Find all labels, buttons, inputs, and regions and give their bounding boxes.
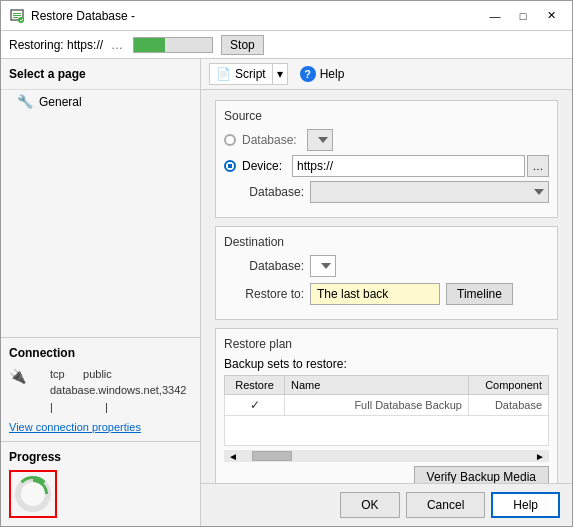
svg-rect-2	[13, 15, 21, 16]
connection-section: Connection 🔌 tcp public database.windows…	[1, 337, 200, 442]
source-database-select[interactable]	[307, 129, 333, 151]
sidebar: Select a page 🔧 General Connection 🔌 tcp…	[1, 59, 201, 526]
device-radio-button[interactable]	[224, 160, 236, 172]
col-header-restore: Restore	[225, 376, 285, 395]
status-bar: Restoring: https:// … Stop	[1, 31, 572, 59]
restore-to-input[interactable]	[310, 283, 440, 305]
col-header-name: Name	[285, 376, 469, 395]
right-panel: 📄 Script ▾ ? Help Source Databa	[201, 59, 572, 526]
progress-title: Progress	[9, 450, 192, 464]
backup-component-cell-0: Database	[469, 395, 549, 416]
title-bar: Restore Database - — □ ✕	[1, 1, 572, 31]
backup-table: Restore Name Component ✓	[224, 375, 549, 446]
source-database-select2[interactable]	[310, 181, 549, 203]
backup-row-0: ✓ Full Database Backup Database	[225, 395, 549, 416]
cancel-button[interactable]: Cancel	[406, 492, 485, 518]
database-select-container	[307, 129, 549, 151]
destination-database-row: Database:	[224, 181, 549, 203]
verify-btn-container: Verify Backup Media	[224, 466, 549, 483]
title-bar-left: Restore Database -	[9, 8, 135, 24]
progress-spinner-container	[9, 470, 57, 518]
sidebar-item-general[interactable]: 🔧 General	[1, 90, 200, 113]
backup-empty-row	[225, 416, 549, 446]
timeline-button[interactable]: Timeline	[446, 283, 513, 305]
toolbar: 📄 Script ▾ ? Help	[201, 59, 572, 90]
help-button[interactable]: Help	[491, 492, 560, 518]
verify-backup-media-button[interactable]: Verify Backup Media	[414, 466, 549, 483]
svg-point-4	[18, 17, 24, 23]
backup-check-0: ✓	[231, 398, 278, 412]
title-bar-controls: — □ ✕	[482, 6, 564, 26]
scroll-right-arrow[interactable]: ►	[531, 451, 549, 462]
header-progress-fill	[134, 38, 165, 52]
restore-to-row: Restore to: Timeline	[224, 283, 549, 305]
scroll-left-arrow[interactable]: ◄	[224, 451, 242, 462]
window-title: Restore Database -	[31, 9, 135, 23]
device-radio-row: Device: …	[224, 155, 549, 177]
help-toolbar-button[interactable]: ? Help	[292, 63, 353, 85]
wrench-icon: 🔧	[17, 94, 33, 109]
footer-buttons: OK Cancel Help	[201, 483, 572, 526]
script-toolbar-group: 📄 Script ▾	[209, 63, 288, 85]
database-radio-button[interactable]	[224, 134, 236, 146]
device-radio-label: Device:	[242, 159, 282, 173]
connection-icon: 🔌	[9, 368, 26, 384]
restore-plan-section: Restore plan Backup sets to restore: Res…	[215, 328, 558, 483]
horizontal-scrollbar[interactable]: ◄ ►	[224, 450, 549, 462]
panel-content: Source Database: Device:	[201, 90, 572, 483]
source-db-select-container	[310, 181, 549, 203]
backup-table-container: Restore Name Component ✓	[224, 375, 549, 446]
connection-title: Connection	[9, 346, 192, 360]
connection-info-row: 🔌 tcp public database.windows.net,3342 |…	[9, 366, 192, 416]
source-section: Source Database: Device:	[215, 100, 558, 218]
minimize-button[interactable]: —	[482, 6, 508, 26]
script-button[interactable]: 📄 Script	[210, 64, 272, 84]
svg-rect-3	[13, 17, 18, 18]
progress-section: Progress	[1, 441, 200, 526]
dest-database-row: Database:	[224, 255, 549, 277]
view-connection-link[interactable]: View connection properties	[9, 421, 192, 433]
sidebar-general-label: General	[39, 95, 82, 109]
status-text: Restoring: https://	[9, 38, 103, 52]
database-radio-label: Database:	[242, 133, 297, 147]
backup-restore-cell-0: ✓	[225, 395, 285, 416]
backup-table-header: Restore Name Component	[225, 376, 549, 395]
dest-database-label: Database:	[224, 259, 304, 273]
maximize-button[interactable]: □	[510, 6, 536, 26]
connection-server: tcp public	[30, 366, 186, 383]
header-progress-bar	[133, 37, 213, 53]
destination-database-select[interactable]	[310, 255, 336, 277]
source-database-label2: Database:	[224, 185, 304, 199]
backup-name-cell-0: Full Database Backup	[285, 395, 469, 416]
backup-empty-cell	[225, 416, 549, 446]
ok-button[interactable]: OK	[340, 492, 400, 518]
restore-plan-title: Restore plan	[224, 337, 549, 351]
svg-rect-1	[13, 13, 21, 14]
destination-section: Destination Database: Restore to: Timeli…	[215, 226, 558, 320]
script-icon: 📄	[216, 67, 231, 81]
device-browse-button[interactable]: …	[527, 155, 549, 177]
stop-button[interactable]: Stop	[221, 35, 264, 55]
help-circle-icon: ?	[300, 66, 316, 82]
script-dropdown-button[interactable]: ▾	[272, 64, 287, 84]
progress-spinner	[15, 476, 51, 512]
connection-details: tcp public database.windows.net,3342 | |	[30, 366, 186, 416]
backup-sets-label: Backup sets to restore:	[224, 357, 549, 371]
device-url-input[interactable]	[292, 155, 525, 177]
restore-to-label: Restore to:	[224, 287, 304, 301]
backup-table-body: ✓ Full Database Backup Database	[225, 395, 549, 446]
sidebar-header: Select a page	[1, 59, 200, 90]
col-header-component: Component	[469, 376, 549, 395]
device-input-container: …	[292, 155, 549, 177]
window-icon	[9, 8, 25, 24]
source-title: Source	[224, 109, 549, 123]
close-button[interactable]: ✕	[538, 6, 564, 26]
restore-database-window: Restore Database - — □ ✕ Restoring: http…	[0, 0, 573, 527]
connection-host: database.windows.net,3342	[30, 382, 186, 399]
scrollbar-thumb[interactable]	[252, 451, 292, 461]
destination-title: Destination	[224, 235, 549, 249]
status-dots: …	[111, 38, 125, 52]
main-content: Select a page 🔧 General Connection 🔌 tcp…	[1, 59, 572, 526]
sidebar-spacer	[1, 113, 200, 337]
connection-separator: | |	[30, 399, 186, 416]
